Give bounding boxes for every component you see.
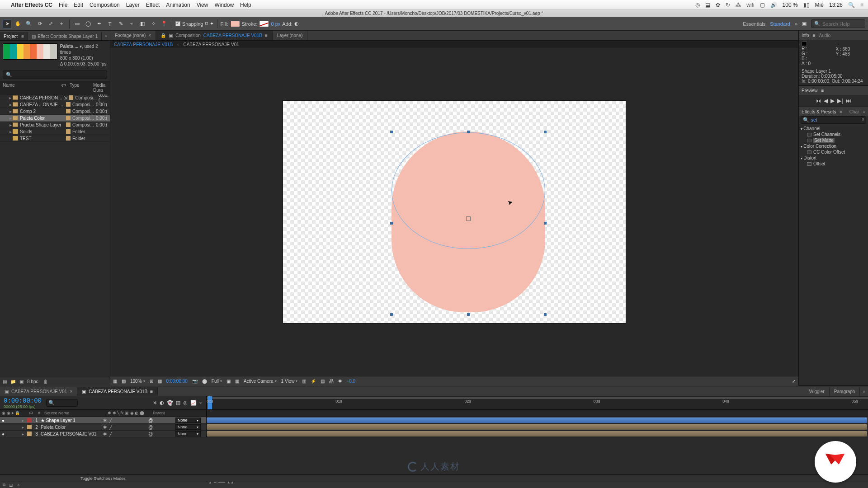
viewer-tab-footage[interactable]: Footage (none)× bbox=[110, 31, 156, 40]
workspace-essentials[interactable]: Essentials bbox=[743, 21, 765, 27]
flowchart-icon[interactable]: 品 bbox=[329, 378, 334, 385]
help-search[interactable]: 🔍 bbox=[811, 19, 865, 28]
timeline-layer[interactable]: ● ▸ 3 CABEZA PERSONAJE V01 ✱╱ @ None bbox=[0, 431, 868, 437]
effects-category[interactable]: Channel bbox=[800, 126, 867, 131]
interpret-icon[interactable]: ▤ bbox=[3, 379, 7, 384]
time-ruler[interactable]: 00s01s02s03s04s05s bbox=[206, 396, 868, 409]
volume-icon[interactable]: 🔊 bbox=[770, 2, 777, 8]
menu-composition[interactable]: Composition bbox=[90, 2, 120, 8]
effects-category[interactable]: Distort bbox=[800, 155, 867, 161]
tab-preview[interactable]: Preview bbox=[802, 88, 818, 93]
workspace-reset-icon[interactable]: ▣ bbox=[802, 21, 807, 27]
timeline-tab-0[interactable]: ▣CABEZA PERSONAJE V01× bbox=[0, 387, 77, 396]
project-item[interactable]: TESTFolder bbox=[0, 135, 110, 142]
project-item[interactable]: ▸CABEZA ...ONAJE V01BComposi...0:00:( bbox=[0, 101, 110, 108]
sync-icon[interactable]: ↻ bbox=[726, 2, 730, 8]
ruler-icon[interactable]: ⊞ bbox=[150, 379, 153, 384]
viewer-tab-layer[interactable]: Layer (none) bbox=[273, 31, 308, 40]
bluetooth-icon[interactable]: ⁂ bbox=[736, 2, 741, 8]
exposure-value[interactable]: +0,0 bbox=[346, 379, 355, 384]
snapshot-icon[interactable]: 📷 bbox=[192, 379, 198, 384]
brush-tool[interactable]: ✎ bbox=[116, 19, 125, 28]
trash-icon[interactable]: 🗑 bbox=[43, 379, 48, 384]
snap-extend-icon[interactable]: ✦ bbox=[210, 21, 214, 27]
anchor-point-icon[interactable] bbox=[466, 216, 471, 221]
selection-handle[interactable] bbox=[467, 313, 470, 316]
timeline-search-input[interactable] bbox=[55, 400, 75, 405]
first-frame-button[interactable]: ⏮ bbox=[816, 98, 821, 104]
project-item[interactable]: ▸Prueba Shape LayerComposi...0:00:( bbox=[0, 122, 110, 128]
battery-icon[interactable]: ▮▯ bbox=[803, 2, 810, 8]
airplay-icon[interactable]: ▢ bbox=[760, 2, 765, 8]
tab-character[interactable]: Char bbox=[849, 109, 859, 114]
frame-blend-icon[interactable]: ▥ bbox=[176, 400, 180, 406]
orbit-tool[interactable]: ⟳ bbox=[35, 19, 44, 28]
parent-pickwhip-icon[interactable]: @ bbox=[148, 432, 153, 436]
graph-editor-icon[interactable]: 📈 bbox=[190, 400, 197, 406]
panel-overflow-icon[interactable]: » bbox=[102, 32, 110, 40]
timecode[interactable]: 0:00:00:00 bbox=[4, 397, 42, 404]
zoom-out-icon[interactable]: ▲ bbox=[208, 480, 212, 484]
evernote-icon[interactable]: ✿ bbox=[716, 2, 720, 8]
composition-canvas[interactable]: ➤ bbox=[110, 48, 798, 376]
channel-icon[interactable]: ⬤ bbox=[202, 379, 207, 384]
parent-pickwhip-icon[interactable]: @ bbox=[148, 425, 153, 430]
menu-file[interactable]: File bbox=[59, 2, 67, 8]
workspace-standard[interactable]: Standard bbox=[770, 21, 790, 27]
timeline-layer[interactable]: ▸ 2 Paleta Color ✱╱ @ None bbox=[0, 424, 868, 431]
layer-list[interactable]: 人人素材 ● ▸ 1 ★ Shape Layer 1 ✱╱ @ None ▸ 2… bbox=[0, 417, 868, 474]
clear-search-icon[interactable]: × bbox=[862, 117, 864, 122]
clone-tool[interactable]: ⌁ bbox=[127, 19, 136, 28]
selection-handle[interactable] bbox=[390, 131, 393, 133]
exposure-reset-icon[interactable]: ✱ bbox=[338, 379, 342, 384]
ellipse-tool[interactable]: ◯ bbox=[84, 19, 93, 28]
menu-effect[interactable]: Effect bbox=[146, 2, 160, 8]
clock-time[interactable]: 13:28 bbox=[829, 2, 843, 8]
project-item[interactable]: ▸SolidsFolder bbox=[0, 128, 110, 135]
selection-handle[interactable] bbox=[544, 313, 547, 316]
timeline-search[interactable]: 🔍 bbox=[46, 399, 78, 407]
project-item[interactable]: ▸Comp 2Composi...0:00:( bbox=[0, 108, 110, 115]
project-item[interactable]: ▸CABEZA PERSONAJE V01⇲Composi...0:00:( bbox=[0, 94, 110, 101]
menu-layer[interactable]: Layer bbox=[126, 2, 140, 8]
workspace-overflow-icon[interactable]: » bbox=[795, 21, 797, 27]
help-search-input[interactable] bbox=[822, 21, 862, 27]
prev-frame-button[interactable]: ◀ bbox=[824, 98, 828, 104]
panel-menu-icon[interactable]: ≡ bbox=[21, 34, 24, 39]
transparency-grid-icon[interactable]: ▩ bbox=[122, 379, 126, 384]
wifi-icon[interactable]: wifi bbox=[746, 2, 754, 8]
timeline-tab-1[interactable]: ▣CABEZA PERSONAJE V01B≡ bbox=[77, 387, 158, 396]
roto-tool[interactable]: ✧ bbox=[149, 19, 158, 28]
menu-animation[interactable]: Animation bbox=[166, 2, 190, 8]
disk-cache-icon[interactable]: ⬓ bbox=[9, 483, 13, 488]
zoom-slider[interactable]: ━○━━━ bbox=[214, 480, 225, 484]
snapping-checkbox[interactable] bbox=[175, 21, 180, 26]
dropbox-icon[interactable]: ⬓ bbox=[705, 2, 710, 8]
fill-swatch[interactable] bbox=[230, 21, 240, 27]
effects-category[interactable]: Color Correction bbox=[800, 143, 867, 149]
battery-percent[interactable]: 100 % bbox=[783, 2, 798, 8]
effect-item[interactable]: CC Color Offset bbox=[800, 149, 867, 155]
tab-project[interactable]: Project≡ bbox=[0, 32, 28, 40]
zoom-in-icon[interactable]: ▲▲ bbox=[227, 480, 234, 484]
tab-wiggler[interactable]: Wiggler bbox=[805, 387, 830, 396]
selection-handle[interactable] bbox=[467, 131, 470, 133]
effect-item[interactable]: Set Matte bbox=[800, 137, 867, 143]
app-name[interactable]: After Effects CC bbox=[11, 2, 52, 8]
project-list[interactable]: ▸CABEZA PERSONAJE V01⇲Composi...0:00:(▸C… bbox=[0, 94, 110, 377]
selection-handle[interactable] bbox=[390, 222, 393, 225]
new-folder-icon[interactable]: 📁 bbox=[10, 379, 16, 384]
resolution-dropdown[interactable]: Full bbox=[212, 379, 222, 384]
rect-tool[interactable]: ▭ bbox=[73, 19, 82, 28]
pen-tool[interactable]: ✒ bbox=[94, 19, 104, 28]
tab-info[interactable]: Info bbox=[802, 33, 809, 38]
selection-tool[interactable]: ➤ bbox=[3, 19, 12, 28]
selection-handle[interactable] bbox=[544, 222, 547, 225]
selection-handle[interactable] bbox=[544, 131, 547, 133]
spotlight-icon[interactable]: 🔍 bbox=[848, 2, 855, 8]
clock-day[interactable]: Mié bbox=[815, 2, 824, 8]
timeline-layer[interactable]: ● ▸ 1 ★ Shape Layer 1 ✱╱ @ None bbox=[0, 417, 868, 424]
project-search[interactable]: 🔍 bbox=[3, 70, 107, 79]
comp-mini-flowchart-icon[interactable]: ⤨ bbox=[153, 400, 157, 406]
new-comp-icon[interactable]: ▣ bbox=[19, 379, 24, 384]
